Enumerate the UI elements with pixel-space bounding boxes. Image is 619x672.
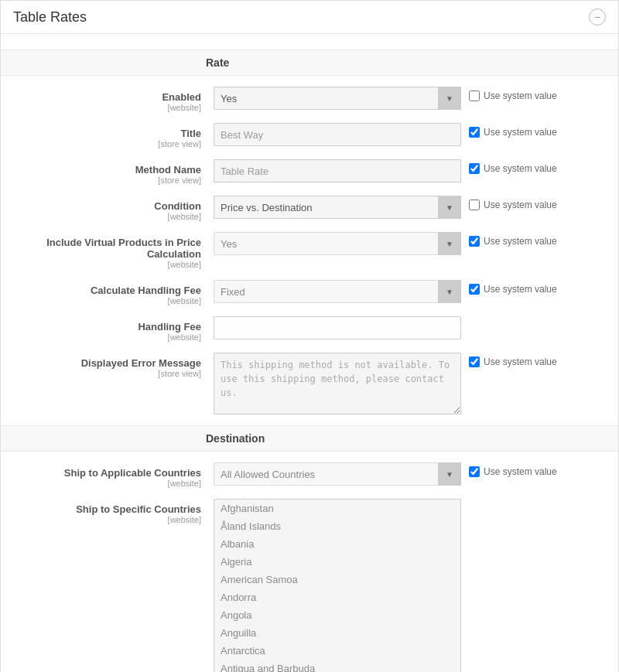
method-name-input[interactable] xyxy=(214,159,461,182)
title-system-checkbox[interactable] xyxy=(469,127,480,138)
error-message-scope: [store view] xyxy=(9,369,201,378)
condition-system-label: Use system value xyxy=(484,200,557,210)
calc-handling-label: Calculate Handling Fee xyxy=(9,285,201,296)
enabled-system-label: Use system value xyxy=(484,90,557,101)
condition-control-col: Price vs. Destination Weight vs. Destina… xyxy=(214,196,610,219)
error-message-control-col: This shipping method is not available. T… xyxy=(214,353,610,414)
handling-fee-label: Handling Fee xyxy=(9,321,201,333)
list-item[interactable]: Andorra xyxy=(214,588,460,606)
title-input[interactable] xyxy=(214,123,461,146)
title-system-label: Use system value xyxy=(484,127,557,138)
method-name-system-value: Use system value xyxy=(469,159,557,174)
error-message-system-value: Use system value xyxy=(469,353,557,367)
calc-handling-label-col: Calculate Handling Fee [website] xyxy=(9,280,214,305)
destination-section-label: Destination xyxy=(1,425,618,452)
enabled-system-checkbox[interactable] xyxy=(469,90,480,101)
title-label-col: Title [store view] xyxy=(9,123,214,148)
calc-handling-system-value: Use system value xyxy=(469,280,557,295)
include-virtual-select-wrapper: Yes No ▼ xyxy=(214,232,461,255)
ship-countries-scope: [website] xyxy=(9,479,201,488)
title-row: Title [store view] Use system value xyxy=(1,123,618,148)
page-header: Table Rates − xyxy=(1,1,618,34)
ship-countries-system-value: Use system value xyxy=(469,462,557,477)
include-virtual-row: Include Virtual Products in Price Calcul… xyxy=(1,232,618,269)
enabled-select[interactable]: Yes No xyxy=(214,87,461,110)
condition-scope: [website] xyxy=(9,212,201,221)
include-virtual-scope: [website] xyxy=(9,260,201,269)
method-name-scope: [store view] xyxy=(9,176,201,185)
condition-system-checkbox[interactable] xyxy=(469,200,480,210)
include-virtual-label: Include Virtual Products in Price Calcul… xyxy=(9,237,201,260)
ship-countries-control-col: All Allowed Countries Specific Countries… xyxy=(214,462,610,486)
condition-select-wrapper: Price vs. Destination Weight vs. Destina… xyxy=(214,196,461,219)
ship-countries-select[interactable]: All Allowed Countries Specific Countries xyxy=(214,462,461,486)
include-virtual-system-checkbox[interactable] xyxy=(469,236,480,247)
ship-specific-row: Ship to Specific Countries [website] Afg… xyxy=(1,499,618,672)
ship-specific-label: Ship to Specific Countries xyxy=(9,503,201,515)
include-virtual-system-value: Use system value xyxy=(469,232,557,247)
list-item[interactable]: Afghanistan xyxy=(214,500,460,517)
ship-countries-system-label: Use system value xyxy=(484,466,557,477)
enabled-scope: [website] xyxy=(9,103,201,112)
enabled-row: Enabled [website] Yes No ▼ Use system va… xyxy=(1,87,618,112)
ship-countries-system-checkbox[interactable] xyxy=(469,466,480,477)
calc-handling-control-col: Fixed Percent ▼ Use system value xyxy=(214,280,610,303)
list-item[interactable]: Antigua and Barbuda xyxy=(214,660,460,672)
handling-fee-scope: [website] xyxy=(9,333,201,342)
method-name-system-checkbox[interactable] xyxy=(469,163,480,174)
ship-specific-control-col: Afghanistan Åland Islands Albania Algeri… xyxy=(214,499,610,672)
page-title: Table Rates xyxy=(13,9,87,26)
ship-specific-scope: [website] xyxy=(9,515,201,524)
method-name-row: Method Name [store view] Use system valu… xyxy=(1,159,618,185)
ship-countries-label: Ship to Applicable Countries xyxy=(9,467,201,479)
include-virtual-select[interactable]: Yes No xyxy=(214,232,461,255)
list-item[interactable]: Anguilla xyxy=(214,624,460,642)
calc-handling-system-checkbox[interactable] xyxy=(469,284,480,295)
handling-fee-row: Handling Fee [website] xyxy=(1,316,618,342)
condition-select[interactable]: Price vs. Destination Weight vs. Destina… xyxy=(214,196,461,219)
rate-section-label: Rate xyxy=(1,49,618,76)
error-message-system-checkbox[interactable] xyxy=(469,356,480,367)
handling-fee-input[interactable] xyxy=(214,316,461,339)
method-name-control-col: Use system value xyxy=(214,159,610,182)
list-item[interactable]: Albania xyxy=(214,535,460,553)
calc-handling-select-wrapper: Fixed Percent ▼ xyxy=(214,280,461,303)
calc-handling-row: Calculate Handling Fee [website] Fixed P… xyxy=(1,280,618,305)
condition-label-col: Condition [website] xyxy=(9,196,214,221)
list-item[interactable]: Antarctica xyxy=(214,642,460,660)
handling-fee-control-col xyxy=(214,316,610,339)
method-name-label-col: Method Name [store view] xyxy=(9,159,214,185)
enabled-label-col: Enabled [website] xyxy=(9,87,214,112)
title-label: Title xyxy=(9,128,201,139)
list-item[interactable]: Angola xyxy=(214,606,460,624)
ship-specific-listbox[interactable]: Afghanistan Åland Islands Albania Algeri… xyxy=(214,499,461,672)
calc-handling-select[interactable]: Fixed Percent xyxy=(214,280,461,303)
condition-row: Condition [website] Price vs. Destinatio… xyxy=(1,196,618,221)
list-item[interactable]: Åland Islands xyxy=(214,517,460,535)
collapse-button[interactable]: − xyxy=(589,9,606,26)
form-body: Rate Enabled [website] Yes No ▼ Use syst… xyxy=(1,34,618,672)
method-name-system-label: Use system value xyxy=(484,163,557,174)
enabled-system-value: Use system value xyxy=(469,87,557,101)
title-control-col: Use system value xyxy=(214,123,610,146)
handling-fee-label-col: Handling Fee [website] xyxy=(9,316,214,342)
ship-countries-select-wrapper: All Allowed Countries Specific Countries… xyxy=(214,462,461,486)
include-virtual-control-col: Yes No ▼ Use system value xyxy=(214,232,610,255)
error-message-system-label: Use system value xyxy=(484,356,557,367)
list-item[interactable]: American Samoa xyxy=(214,571,460,588)
condition-label: Condition xyxy=(9,200,201,212)
error-message-textarea[interactable]: This shipping method is not available. T… xyxy=(214,353,461,414)
ship-specific-label-col: Ship to Specific Countries [website] xyxy=(9,499,214,524)
enabled-select-wrapper: Yes No ▼ xyxy=(214,87,461,110)
ship-countries-row: Ship to Applicable Countries [website] A… xyxy=(1,462,618,488)
include-virtual-system-label: Use system value xyxy=(484,236,557,247)
enabled-label: Enabled xyxy=(9,91,201,103)
include-virtual-label-col: Include Virtual Products in Price Calcul… xyxy=(9,232,214,269)
title-system-value: Use system value xyxy=(469,123,557,138)
enabled-control-col: Yes No ▼ Use system value xyxy=(214,87,610,110)
calc-handling-system-label: Use system value xyxy=(484,284,557,295)
calc-handling-scope: [website] xyxy=(9,296,201,305)
error-message-label-col: Displayed Error Message [store view] xyxy=(9,353,214,378)
list-item[interactable]: Algeria xyxy=(214,553,460,571)
error-message-row: Displayed Error Message [store view] Thi… xyxy=(1,353,618,414)
